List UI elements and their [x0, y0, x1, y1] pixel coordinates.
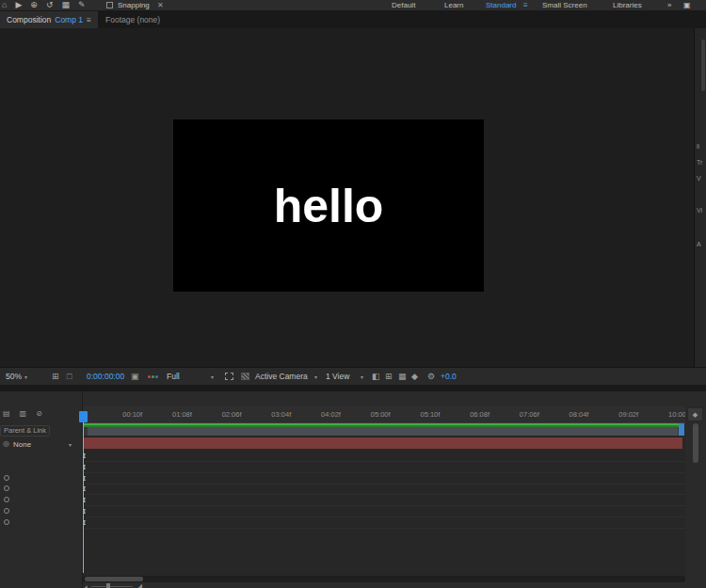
composition-tab-label: Composition	[7, 15, 51, 24]
dock-panel-label-fragment[interactable]: A	[697, 241, 701, 247]
tab-footage[interactable]: Footage (none)	[105, 11, 160, 28]
layer-row[interactable]: I	[83, 451, 685, 462]
pick-whip-icon[interactable]: ◎	[3, 440, 9, 448]
workspace-tab-standard[interactable]: Standard	[486, 1, 516, 9]
rulers-icon[interactable]: ▦	[398, 368, 407, 385]
chevron-down-icon: ▾	[211, 373, 214, 380]
dock-scrollbar[interactable]	[701, 40, 705, 91]
transparency-grid-icon[interactable]	[241, 368, 249, 385]
layer-duration-bar[interactable]	[83, 437, 682, 449]
viewer-toolbar: 50% ▾ ⊞ □ 0:00:00:00 ▣ Full ▾ Active Cam…	[0, 367, 706, 385]
layer-toggle-icon[interactable]	[4, 519, 9, 525]
mask-visibility-icon[interactable]: □	[67, 368, 72, 385]
comp-text: hello	[274, 179, 384, 233]
parent-link-value: None	[13, 440, 31, 449]
pixel-aspect-icon[interactable]: ◆	[411, 368, 418, 385]
workspace-menu-icon[interactable]: ≡	[523, 1, 528, 9]
ruler-tick: 01:08f	[172, 410, 192, 419]
app-toolbar: ⌂ ▶ ⊕ ↺ ▦ ✎ Snapping ✕ DefaultLearnStand…	[0, 0, 706, 11]
timeline-ruler[interactable]: 0f00:10f01:08f02:06f03:04f04:02f05:00f05…	[83, 406, 685, 423]
view-layout-dropdown[interactable]: 1 View ▾	[326, 368, 363, 385]
workspace-tab-learn[interactable]: Learn	[444, 1, 463, 9]
layer-row[interactable]: I	[83, 506, 685, 517]
toggle-mask-path-icon[interactable]: ◧	[372, 368, 380, 385]
timeline-horizontal-scrollbar[interactable]	[83, 576, 685, 582]
chevron-down-icon: ▾	[69, 441, 72, 448]
chevron-down-icon: ▾	[361, 373, 363, 380]
parent-link-dropdown[interactable]: None ▾	[13, 438, 72, 450]
workspace-tab-default[interactable]: Default	[392, 1, 415, 9]
layer-row[interactable]: I	[83, 484, 685, 495]
timeline-track-area[interactable]: 0f00:10f01:08f02:06f03:04f04:02f05:00f05…	[83, 391, 685, 588]
zoom-slider[interactable]	[91, 586, 133, 587]
ruler-tick: 04:02f	[321, 410, 341, 419]
timeline-sidebar: ▤ ▥ ⊘ Parent & Link ◎ None ▾	[0, 391, 83, 588]
region-of-interest-icon[interactable]	[225, 368, 233, 385]
layer-row[interactable]: I	[83, 462, 685, 473]
zoom-slider-thumb[interactable]	[106, 583, 110, 588]
scrollbar-thumb[interactable]	[85, 577, 143, 581]
dock-panel-label-fragment[interactable]: li	[697, 143, 699, 150]
panel-menu-icon[interactable]: ≡	[87, 15, 91, 24]
timeline-panel: ▤ ▥ ⊘ Parent & Link ◎ None ▾ 0f00:10f01:…	[0, 391, 706, 588]
viewer-timecode[interactable]: 0:00:00:00	[87, 368, 124, 385]
dock-panel-label-fragment[interactable]: Tr	[697, 159, 702, 166]
dock-panel-label-fragment[interactable]: V	[697, 175, 701, 182]
draft-3d-icon[interactable]: ▥	[20, 409, 27, 418]
ruler-tick: 07:06f	[520, 410, 539, 419]
panel-tab-bar: Composition Comp 1 ≡ Footage (none)	[0, 11, 706, 28]
composition-name: Comp 1	[55, 15, 83, 24]
settings-gear-icon[interactable]: ⚙	[427, 368, 435, 385]
layer-row[interactable]: I	[83, 517, 685, 529]
workspace-overflow-icon[interactable]: »	[667, 1, 671, 9]
right-panel-dock: liTrVViA	[694, 28, 706, 367]
comp-marker-bin[interactable]: ◆	[687, 407, 703, 421]
layer-toggle-icon[interactable]	[4, 508, 9, 514]
layer-row[interactable]: I	[83, 495, 685, 506]
ruler-tick: 09:02f	[618, 410, 638, 419]
layer-toggle-icon[interactable]	[4, 497, 9, 502]
layer-toggle-icon[interactable]	[4, 485, 9, 491]
ruler-tick: 06:08f	[470, 410, 489, 419]
workspace-tab-small-screen[interactable]: Small Screen	[542, 1, 587, 9]
composition-viewer[interactable]: hello	[0, 28, 694, 367]
grid-options-icon[interactable]: ⊞	[52, 368, 59, 385]
playhead-handle[interactable]	[79, 411, 88, 422]
workspace-tab-libraries[interactable]: Libraries	[613, 1, 642, 9]
exposure-value[interactable]: +0.0	[441, 368, 457, 385]
composition-canvas[interactable]: hello	[173, 119, 484, 292]
ruler-tick: 00:10f	[122, 410, 142, 419]
work-area-end-handle[interactable]	[679, 423, 684, 436]
hide-shy-icon[interactable]: ⊘	[36, 409, 42, 418]
zoom-in-mountain-icon[interactable]: ◢	[136, 582, 142, 588]
ruler-tick: 02:06f	[222, 410, 242, 419]
zoom-out-mountain-icon[interactable]: ◢	[83, 583, 88, 588]
snapshot-camera-icon[interactable]: ▣	[131, 368, 139, 385]
workspace-tabs: DefaultLearnStandardSmall ScreenLibrarie…	[0, 1, 706, 10]
mini-flowchart-icon[interactable]: ▤	[3, 409, 10, 418]
resolution-value: Full	[167, 372, 180, 381]
work-area-bar[interactable]	[83, 427, 682, 436]
ruler-tick: 03:04f	[271, 410, 291, 419]
dock-panel-label-fragment[interactable]: Vi	[697, 207, 702, 214]
camera-view-dropdown[interactable]: Active Camera ▾	[255, 368, 317, 385]
timeline-zoom-control: ◢ ◢	[83, 582, 142, 588]
timeline-vertical-scrollbar[interactable]	[693, 423, 698, 463]
layer-toggle-icon[interactable]	[4, 475, 9, 481]
layer-row[interactable]: I	[83, 473, 685, 485]
resolution-dropdown[interactable]: Full ▾	[167, 368, 214, 385]
ruler-tick: 10:00f	[668, 410, 685, 419]
search-icon[interactable]: ▣	[683, 1, 691, 9]
magnification-dropdown[interactable]: 50% ▾	[6, 368, 27, 385]
tab-composition[interactable]: Composition Comp 1 ≡	[0, 11, 98, 28]
ruler-tick: 08:04f	[570, 410, 589, 419]
camera-view-value: Active Camera	[255, 372, 308, 381]
timeline-toolbar-icons: ▤ ▥ ⊘	[3, 409, 42, 418]
show-channel-icon[interactable]	[148, 368, 158, 385]
ruler-tick: 05:00f	[371, 410, 391, 419]
magnification-value: 50%	[6, 372, 22, 381]
playhead-line	[83, 411, 84, 573]
grid-icon[interactable]: ⊞	[385, 368, 393, 385]
parent-link-column-header[interactable]: Parent & Link	[0, 425, 50, 437]
chevron-down-icon: ▾	[24, 373, 27, 380]
